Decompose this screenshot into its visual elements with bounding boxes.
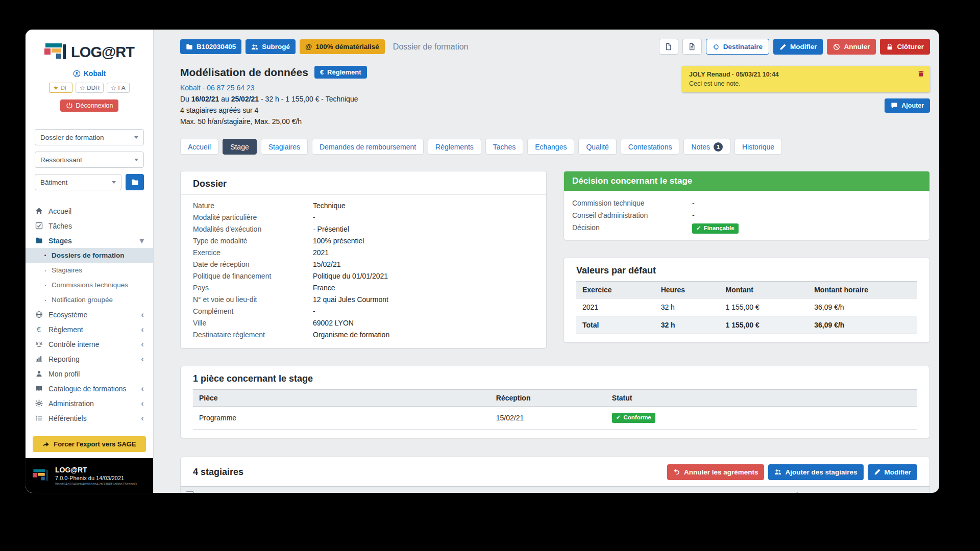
annuler-button[interactable]: Annuler — [827, 39, 876, 55]
ajouter-stagiaires-button[interactable]: Ajouter des stagiaires — [768, 464, 863, 480]
logart-logo-mark — [44, 42, 67, 62]
column-header: Statut — [606, 390, 794, 407]
role-badge-label: DF — [61, 85, 68, 91]
select-all-checkbox[interactable] — [186, 491, 194, 493]
add-note-button[interactable]: Ajouter — [885, 98, 930, 113]
user-icon — [35, 370, 43, 378]
bar-chart-icon — [35, 355, 43, 363]
current-user[interactable]: Kobalt — [26, 69, 153, 78]
document-button-1[interactable] — [659, 39, 678, 55]
pencil-icon — [779, 43, 787, 51]
check-square-icon — [35, 222, 43, 230]
field-row: Commission technique- — [572, 197, 921, 209]
role-badge-df: ★ DF — [49, 83, 72, 93]
sidebar-item-catalogue[interactable]: Catalogue de formations ‹ — [26, 381, 153, 396]
period-end-date: 25/02/21 — [231, 95, 259, 103]
contact-link[interactable]: Kobalt - 06 87 25 64 23 — [180, 84, 682, 92]
sidebar-item-administration[interactable]: Administration ‹ — [26, 396, 153, 411]
document-button-2[interactable] — [682, 39, 702, 55]
sidebar-item-label: Stages — [48, 237, 134, 245]
period-middle: au — [219, 95, 231, 103]
pieces-card: 1 pièce concernant le stage Pièce Récept… — [180, 366, 930, 438]
footer-version: 7.0.0-Phenix du 14/03/2021 — [55, 475, 137, 481]
sidebar-item-dossiers-de-formation[interactable]: · Dossiers de formation — [26, 248, 153, 263]
sage-export-label: Forcer l'export vers SAGE — [54, 440, 136, 448]
sidebar-item-notification-groupee[interactable]: · Notification groupée — [26, 292, 153, 307]
logout-button[interactable]: Déconnexion — [60, 99, 119, 112]
tab-label: Règlements — [435, 143, 474, 151]
field-row: N° et voie ou lieu-dit12 quai Jules Cour… — [193, 294, 534, 306]
sidebar-item-ecosysteme[interactable]: Ecosystème ‹ — [26, 307, 153, 322]
sidebar-item-referentiels[interactable]: Référentiels ‹ — [26, 411, 153, 425]
cloturer-button[interactable]: Clôturer — [880, 39, 930, 55]
period-suffix: - 32 h - 1 155,00 € - Technique — [259, 95, 358, 103]
dossier-type-select[interactable]: Dossier de formation — [35, 129, 144, 145]
select-value: Dossier de formation — [40, 134, 104, 141]
max-line: Max. 50 h/an/stagiaire, Max. 25,00 €/h — [180, 117, 682, 126]
modifier-stagiaires-label: Modifier — [885, 468, 912, 476]
sidebar-item-stages[interactable]: Stages ▾ — [26, 233, 153, 248]
sidebar-item-accueil[interactable]: Accueil — [26, 204, 153, 218]
destinataire-button[interactable]: Destinataire — [706, 39, 769, 55]
role-badge-ddr: ☆ DDR — [76, 83, 104, 93]
summary-right: JOLY Renaud · 05/03/21 10:44 Ceci est un… — [682, 66, 930, 126]
sidebar-subitem-label: Stagiaires — [52, 266, 82, 274]
tab-taches[interactable]: Taches — [485, 139, 523, 155]
sidebar-item-reglement[interactable]: € Règlement ‹ — [26, 322, 153, 337]
column-header: Montant horaire — [808, 282, 917, 298]
trash-icon[interactable] — [918, 70, 924, 77]
piece-reception-cell: 15/02/21 — [490, 407, 606, 430]
tab-reglements[interactable]: Règlements — [428, 139, 481, 155]
tab-notes[interactable]: Notes1 — [683, 139, 730, 155]
pieces-card-title: 1 pièce concernant le stage — [193, 373, 917, 384]
tab-bar: Accueil Stage Stagiaires Demandes de rem… — [180, 139, 930, 155]
tab-label: Echanges — [535, 143, 567, 151]
tab-label: Contestations — [628, 143, 672, 151]
field-row: Ville69002 LYON — [193, 317, 534, 329]
tab-stage[interactable]: Stage — [223, 139, 257, 155]
open-folder-button[interactable] — [126, 174, 144, 190]
sidebar-item-controle-interne[interactable]: Contrôle interne ‹ — [26, 337, 153, 352]
tab-accueil[interactable]: Accueil — [180, 139, 218, 155]
dossier-ref-badge: B102030405 — [180, 39, 241, 54]
sidebar-item-commissions-techniques[interactable]: · Commissions techniques — [26, 278, 153, 292]
tab-historique[interactable]: Historique — [734, 139, 782, 155]
logout-label: Déconnexion — [76, 102, 113, 109]
sidebar-item-label: Catalogue de formations — [48, 385, 135, 393]
tab-stagiaires[interactable]: Stagiaires — [261, 139, 308, 155]
app-window: LOG@RT Kobalt ★ DF ☆ DDR ☆ FA — [26, 30, 939, 493]
column-header: État — [789, 486, 839, 493]
modifier-button[interactable]: Modifier — [773, 39, 823, 55]
users-icon — [774, 468, 781, 475]
batiment-filter-row: Bâtiment — [35, 174, 144, 190]
sidebar-subitem-label: Dossiers de formation — [52, 252, 125, 259]
ressortissant-select[interactable]: Ressortissant — [35, 152, 144, 168]
annuler-agrements-button[interactable]: Annuler les agréments — [667, 464, 765, 480]
table-header-row: Pièce Réception Statut — [193, 390, 917, 407]
tab-demandes-remboursement[interactable]: Demandes de remboursement — [312, 139, 424, 155]
role-badge-label: FA — [118, 85, 126, 91]
destinataire-label: Destinataire — [723, 43, 763, 51]
batiment-select[interactable]: Bâtiment — [35, 174, 121, 190]
modifier-stagiaires-button[interactable]: Modifier — [868, 464, 918, 480]
chevron-left-icon: ‹ — [141, 310, 144, 319]
tab-contestations[interactable]: Contestations — [621, 139, 680, 155]
euro-icon: € — [35, 325, 43, 334]
tab-echanges[interactable]: Echanges — [527, 139, 574, 155]
sage-export-button[interactable]: Forcer l'export vers SAGE — [33, 436, 146, 452]
sidebar-item-taches[interactable]: Tâches — [26, 218, 153, 233]
main-content: B102030405 Subrogé @ 100% dématérialisé … — [154, 30, 939, 493]
column-header: Montant — [720, 282, 808, 298]
euro-icon: € — [320, 68, 324, 76]
column-header: Entreprise — [472, 486, 610, 493]
column-header: Heures — [655, 282, 720, 298]
sidebar-item-mon-profil[interactable]: Mon profil — [26, 366, 153, 381]
notes-count-badge: 1 — [714, 142, 723, 152]
tab-qualite[interactable]: Qualité — [578, 139, 616, 155]
table-total-row: Total 32 h 1 155,00 € 36,09 €/h — [576, 316, 917, 334]
sidebar-item-reporting[interactable]: Reporting ‹ — [26, 352, 153, 366]
select-value: Ressortissant — [40, 156, 82, 164]
sidebar-item-stagiaires[interactable]: · Stagiaires — [26, 263, 153, 278]
sidebar-item-label: Ecosystème — [48, 311, 135, 319]
footer-version-block: LOG@RT 7.0.0-Phenix du 14/03/2021 5bca94… — [55, 466, 137, 486]
